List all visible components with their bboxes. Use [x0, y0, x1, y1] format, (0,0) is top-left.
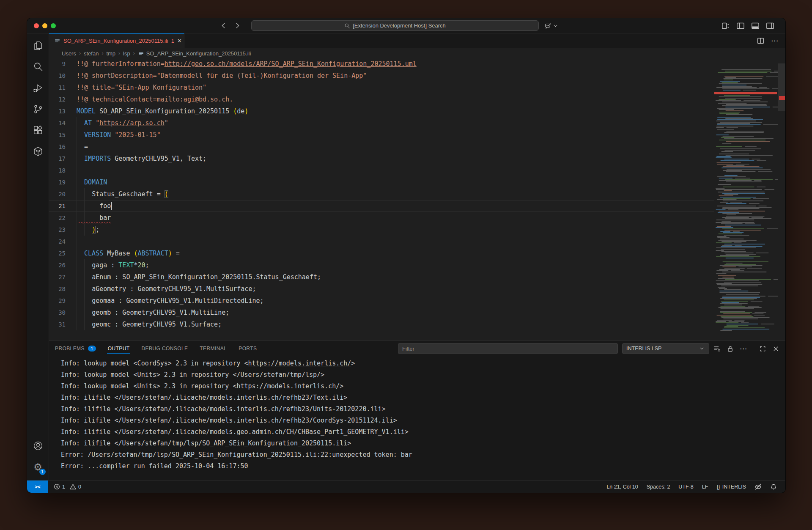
minimap[interactable] [714, 58, 778, 341]
panel-tab-ports[interactable]: PORTS [238, 341, 258, 356]
editor[interactable]: 8/** !!---------------------------------… [49, 58, 785, 341]
activity-explorer[interactable] [28, 35, 48, 56]
more-icon[interactable]: ⋯ [771, 36, 779, 45]
command-center-search[interactable]: [Extension Development Host] Search [251, 20, 539, 31]
breadcrumb-segment[interactable]: stefan [84, 50, 99, 57]
minimize-window-button[interactable] [42, 23, 47, 28]
more-icon[interactable]: ⋯ [740, 344, 747, 353]
back-icon[interactable] [220, 22, 227, 29]
breadcrumb-segment[interactable]: Users [62, 50, 76, 57]
tab-error-badge: 1 [171, 38, 174, 44]
problems-status[interactable]: 1 0 [54, 483, 84, 490]
code-line-18[interactable]: 18 [49, 165, 714, 176]
close-window-button[interactable] [34, 23, 39, 28]
panel-tab-debug-console[interactable]: DEBUG CONSOLE [140, 341, 189, 356]
code-link[interactable]: https://arp.so.ch [99, 119, 165, 127]
line-content [77, 165, 714, 176]
status-indentation[interactable]: Spaces: 2 [647, 484, 670, 490]
panel-tab-problems[interactable]: PROBLEMS1 [54, 341, 97, 356]
account-icon [33, 440, 44, 451]
breadcrumb-segment[interactable]: tmp [106, 50, 115, 57]
code-line-17[interactable]: 17 IMPORTS GeometryCHLV95_V1, Text; [49, 153, 714, 165]
panel-tab-terminal[interactable]: TERMINAL [199, 341, 228, 356]
output-line: Info: ilifile </Users/stefan/.ilicache/m… [61, 404, 785, 415]
status-copilot-status[interactable] [754, 483, 762, 490]
zoom-window-button[interactable] [51, 23, 56, 28]
activity-settings[interactable]: ⚙1 [28, 456, 48, 478]
indent-guide [84, 307, 85, 319]
scrollbar-slider[interactable] [778, 63, 785, 111]
line-content: !!@ furtherInformation=http://geo.so.ch/… [77, 58, 714, 70]
code-line-27[interactable]: 27 aEnum : SO_ARP_SEin_Konfiguration_202… [49, 271, 714, 283]
breadcrumb-segment[interactable]: lsp [123, 50, 130, 57]
breadcrumb: Users›stefan›tmp›lsp›SO_ARP_SEin_Konfigu… [49, 48, 785, 58]
activity-run-debug[interactable] [28, 77, 48, 99]
output-link[interactable]: https://models.interlis.ch/ [248, 360, 351, 367]
customize-layout-icon[interactable] [721, 22, 730, 30]
code-area[interactable]: 8/** !!---------------------------------… [49, 58, 714, 341]
close-panel-icon[interactable] [772, 345, 779, 352]
status-language-mode[interactable]: {}INTERLIS [716, 484, 746, 490]
close-tab-icon[interactable]: ✕ [177, 38, 182, 44]
code-line-29[interactable]: 29 geomaa : GeometryCHLV95_V1.MultiDirec… [49, 295, 714, 307]
status-encoding[interactable]: UTF-8 [678, 484, 693, 490]
status-cursor-position[interactable]: Ln 21, Col 10 [606, 484, 638, 490]
unlock-icon[interactable] [727, 345, 734, 352]
toggle-secondary-sidebar-icon[interactable] [766, 22, 774, 30]
code-line-26[interactable]: 26 gaga : TEXT*20; [49, 259, 714, 271]
output-filter-input[interactable] [398, 343, 618, 354]
code-token: ABSTRACT [138, 250, 168, 257]
code-line-21[interactable]: 21 foo [49, 200, 714, 212]
code-line-12[interactable]: 12!!@ technicalContact=mailto:agi@bd.so.… [49, 93, 714, 105]
code-line-9[interactable]: 9!!@ furtherInformation=http://geo.so.ch… [49, 58, 714, 70]
code-line-24[interactable]: 24 [49, 236, 714, 247]
indent-guide [77, 165, 77, 176]
line-content: CLASS MyBase (ABSTRACT) = [77, 247, 714, 259]
indent-guide [84, 271, 85, 283]
copilot-menu-button[interactable] [545, 22, 559, 29]
code-line-19[interactable]: 19 DOMAIN [49, 176, 714, 188]
code-line-30[interactable]: 30 geomb : GeometryCHLV95_V1.MultiLine; [49, 307, 714, 319]
code-line-23[interactable]: 23 ); [49, 224, 714, 236]
forward-icon[interactable] [234, 22, 241, 29]
output-line: Error: ...compiler run failed 2025-10-04… [61, 461, 785, 472]
code-line-20[interactable]: 20 Status_Geschaeft = ( [49, 188, 714, 200]
code-line-14[interactable]: 14 AT "https://arp.so.ch" [49, 117, 714, 129]
code-line-10[interactable]: 10!!@ shortDescription="Datenmodell für … [49, 70, 714, 82]
toggle-primary-sidebar-icon[interactable] [736, 22, 745, 30]
status-eol[interactable]: LF [702, 484, 708, 490]
panel-tab-output[interactable]: OUTPUT [107, 341, 131, 356]
indent-guide [84, 200, 85, 212]
code-line-15[interactable]: 15 VERSION "2025-01-15" [49, 129, 714, 141]
output-link[interactable]: https://models.interlis.ch/ [236, 382, 340, 390]
output-channel-select[interactable]: INTERLIS LSP [622, 343, 709, 354]
editor-tab[interactable]: SO_ARP_SEin_Konfiguration_20250115.ili 1… [49, 33, 184, 48]
indent-guide [84, 188, 85, 200]
code-line-22[interactable]: 22 bar [49, 212, 714, 224]
status-notifications[interactable] [770, 483, 777, 490]
code-line-25[interactable]: 25 CLASS MyBase (ABSTRACT) = [49, 247, 714, 259]
code-link[interactable]: http://geo.so.ch/models/ARP/SO_ARP_SEin_… [165, 60, 417, 68]
code-line-31[interactable]: 31 geomc : GeometryCHLV95_V1.Surface; [49, 319, 714, 330]
activity-extensions[interactable] [28, 120, 48, 141]
toggle-panel-icon[interactable] [751, 22, 760, 30]
breadcrumb-file[interactable]: SO_ARP_SEin_Konfiguration_20250115.ili [138, 50, 251, 57]
output-log: Info: lookup model <CoordSys> 2.3 in rep… [49, 356, 785, 480]
search-icon [33, 61, 44, 72]
clear-output-icon[interactable] [713, 345, 721, 352]
overview-ruler[interactable] [778, 58, 785, 341]
maximize-panel-icon[interactable] [759, 345, 766, 352]
activity-source-control[interactable] [28, 99, 48, 120]
split-editor-icon[interactable] [757, 37, 764, 44]
search-icon [344, 23, 350, 29]
line-number: 19 [49, 176, 77, 188]
code-line-28[interactable]: 28 aGeometry : GeometryCHLV95_V1.MultiSu… [49, 283, 714, 295]
activity-package[interactable] [28, 141, 48, 162]
remote-indicator[interactable]: >< [27, 481, 48, 493]
code-line-16[interactable]: 16 = [49, 141, 714, 153]
activity-search[interactable] [28, 56, 48, 77]
code-line-11[interactable]: 11!!@ title="SEin-App Konfiguration" [49, 82, 714, 93]
explorer-icon [33, 40, 44, 51]
activity-account[interactable] [28, 435, 48, 456]
code-line-13[interactable]: 13MODEL SO_ARP_SEin_Konfiguration_202501… [49, 105, 714, 117]
